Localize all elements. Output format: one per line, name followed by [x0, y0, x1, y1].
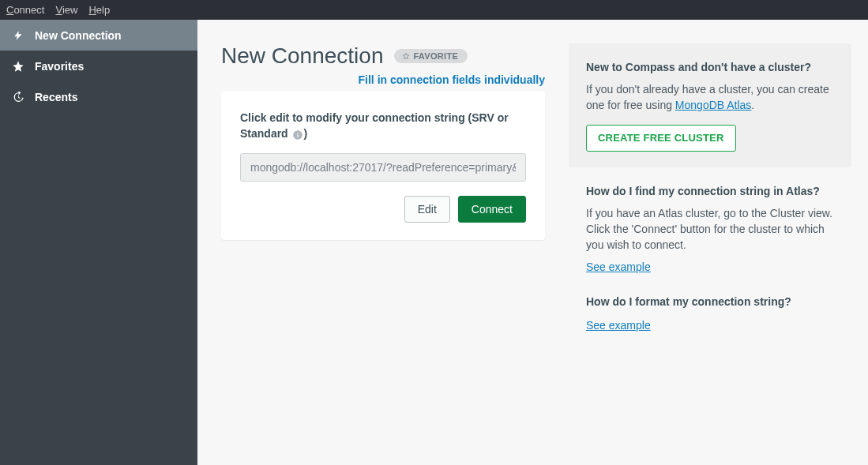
connection-string-label: Click edit to modify your connection str…	[240, 110, 526, 142]
intro-panel: New to Compass and don't have a cluster?…	[569, 43, 851, 167]
find-string-heading: How do I find my connection string in At…	[586, 185, 834, 197]
menu-view[interactable]: View	[55, 4, 77, 16]
see-example-find-link[interactable]: See example	[586, 261, 651, 273]
format-string-heading: How do I format my connection string?	[586, 295, 834, 308]
connection-string-input[interactable]	[240, 153, 526, 182]
format-string-block: How do I format my connection string? Se…	[569, 286, 851, 335]
menu-help[interactable]: Help	[88, 4, 110, 16]
star-icon	[11, 60, 25, 73]
favorite-label: FAVORITE	[413, 51, 458, 61]
mongodb-atlas-link[interactable]: MongoDB Atlas	[675, 99, 752, 111]
see-example-format-link[interactable]: See example	[586, 319, 651, 332]
sidebar: New Connection Favorites Recents	[0, 20, 197, 465]
find-string-block: How do I find my connection string in At…	[569, 175, 851, 277]
sidebar-item-new-connection[interactable]: New Connection	[0, 20, 197, 51]
info-icon[interactable]	[292, 129, 303, 141]
connect-button[interactable]: Connect	[458, 196, 526, 223]
menu-connect[interactable]: Connect	[6, 4, 44, 16]
sidebar-item-favorites[interactable]: Favorites	[0, 51, 197, 81]
main-content: New Connection FAVORITE Fill in connecti…	[197, 20, 868, 465]
intro-text: If you don't already have a cluster, you…	[586, 81, 834, 114]
find-string-body: If you have an Atlas cluster, go to the …	[586, 205, 834, 253]
menubar: Connect View Help	[0, 0, 868, 20]
sidebar-item-recents[interactable]: Recents	[0, 81, 197, 112]
connection-card: Click edit to modify your connection str…	[221, 91, 545, 240]
edit-button[interactable]: Edit	[404, 196, 450, 223]
page-title: New Connection	[221, 43, 383, 69]
sidebar-item-label: New Connection	[35, 29, 122, 42]
bolt-icon	[11, 30, 25, 41]
sidebar-item-label: Favorites	[35, 60, 84, 73]
star-outline-icon	[402, 52, 410, 60]
sidebar-item-label: Recents	[35, 91, 77, 103]
create-free-cluster-button[interactable]: CREATE FREE CLUSTER	[586, 125, 736, 152]
history-icon	[11, 91, 25, 103]
fill-fields-link[interactable]: Fill in connection fields individually	[359, 73, 545, 86]
favorite-button[interactable]: FAVORITE	[394, 49, 468, 63]
intro-heading: New to Compass and don't have a cluster?	[586, 61, 834, 73]
